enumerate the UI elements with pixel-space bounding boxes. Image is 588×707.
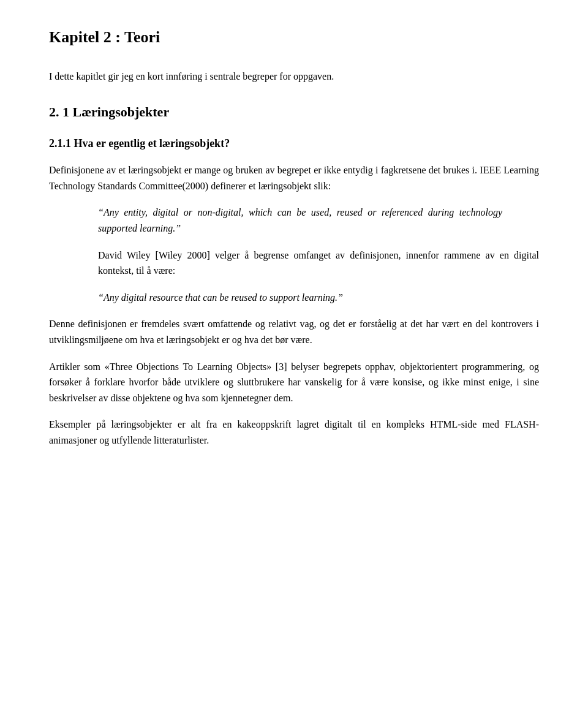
- quote-block-1: “Any entity, digital or non-digital, whi…: [98, 205, 502, 236]
- intro-paragraph: I dette kapitlet gir jeg en kort innføri…: [49, 69, 539, 85]
- david-wiley-text: David Wiley [Wiley 2000] velger å begren…: [98, 250, 539, 276]
- quote-text-2: “Any digital resource that can be reused…: [98, 292, 343, 303]
- subsection-title: 2.1.1 Hva er egentlig et læringsobjekt?: [49, 135, 539, 153]
- chapter-title: Kapitel 2 : Teori: [49, 25, 539, 50]
- quote-text-1: “Any entity, digital or non-digital, whi…: [98, 207, 502, 233]
- page-container: Kapitel 2 : Teori I dette kapitlet gir j…: [0, 0, 588, 707]
- paragraph-4: Eksempler på læringsobjekter er alt fra …: [49, 417, 539, 448]
- section-title: 2. 1 Læringsobjekter: [49, 101, 539, 123]
- quote-block-2: “Any digital resource that can be reused…: [98, 290, 502, 306]
- paragraph-1: Definisjonene av et læringsobjekt er man…: [49, 162, 539, 194]
- paragraph-2: Denne definisjonen er fremdeles svært om…: [49, 316, 539, 347]
- paragraph-3: Artikler som «Three Objections To Learni…: [49, 359, 539, 406]
- david-wiley-block: David Wiley [Wiley 2000] velger å begren…: [98, 248, 539, 279]
